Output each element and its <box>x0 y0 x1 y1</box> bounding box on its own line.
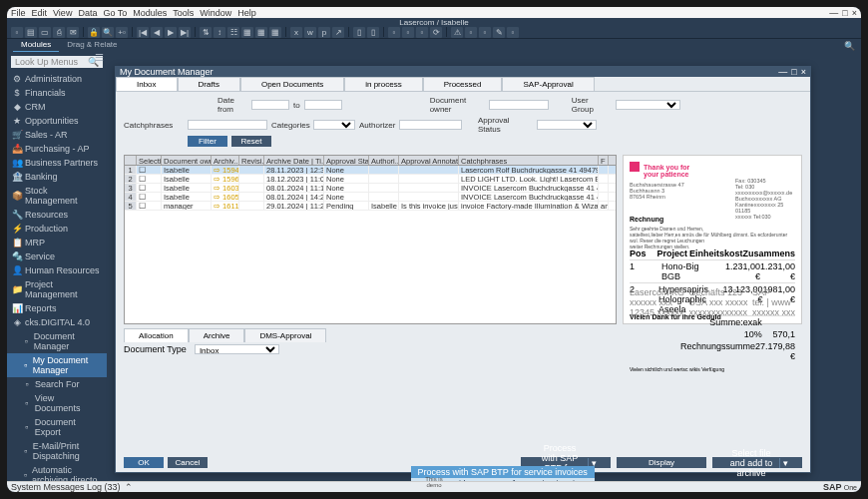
tb-last-icon[interactable]: ▶| <box>179 27 191 38</box>
menu-window[interactable]: Window <box>200 8 231 18</box>
tb-excel-icon[interactable]: x <box>290 27 302 38</box>
authorizer-input[interactable] <box>399 120 462 130</box>
display-button[interactable]: Display <box>617 457 706 468</box>
catchphrases-input[interactable] <box>188 120 267 130</box>
sidebar-item[interactable]: 📦Stock Management <box>7 184 107 208</box>
sidebar-subitem[interactable]: ▫View Documents <box>7 391 107 415</box>
tb-x2-icon[interactable]: ▦ <box>255 27 267 38</box>
modal-close-icon[interactable]: × <box>801 67 806 77</box>
sidebar-item[interactable]: 🔩Service <box>7 250 107 263</box>
minimize-icon[interactable]: — <box>829 8 838 18</box>
tb-tree-icon[interactable]: ☷ <box>227 27 239 38</box>
modal-titlebar[interactable]: My Document Manager — □ × <box>116 67 810 77</box>
cancel-button[interactable]: Cancel <box>168 457 208 468</box>
tab-sap-approval[interactable]: SAP-Approval <box>502 77 594 91</box>
tb-form-icon[interactable]: ▯ <box>367 27 379 38</box>
tab-processed[interactable]: Processed <box>423 77 503 91</box>
tb-e3-icon[interactable]: ▫ <box>416 27 428 38</box>
sidebar-item[interactable]: 📋MRP <box>7 236 107 250</box>
grid-header[interactable]: F <box>599 156 609 165</box>
tb-x1-icon[interactable]: ▦ <box>241 27 253 38</box>
tb-x3-icon[interactable]: ▦ <box>269 27 281 38</box>
sidebar-item[interactable]: ★Opportunities <box>7 114 107 128</box>
grid-header[interactable]: Archive Date | Ti... <box>264 156 324 165</box>
tab-drafts[interactable]: Drafts <box>178 77 240 91</box>
tb-e2-icon[interactable]: ▫ <box>402 27 414 38</box>
sidebar-item[interactable]: ⚙Administration <box>7 72 107 86</box>
modal-minimize-icon[interactable]: — <box>778 67 787 77</box>
tb-e8-icon[interactable]: ▫ <box>507 27 519 38</box>
sidebar-item[interactable]: 🛒Sales - AR <box>7 128 107 142</box>
user-group-select[interactable] <box>616 100 680 110</box>
tb-new-icon[interactable]: ▫ <box>11 27 23 38</box>
sidebar-item[interactable]: 👤Human Resources <box>7 263 107 277</box>
sidebar-subitem[interactable]: ▫Automatic archiving directo <box>7 463 107 481</box>
sidebar-item[interactable]: 📥Purchasing - AP <box>7 142 107 156</box>
tb-next-icon[interactable]: ▶ <box>165 27 177 38</box>
tb-pdf-icon[interactable]: p <box>318 27 330 38</box>
date-to-input[interactable] <box>304 100 342 110</box>
doctype-select[interactable]: Inbox <box>195 344 279 354</box>
menu-file[interactable]: File <box>11 8 26 18</box>
menu-data[interactable]: Data <box>78 8 97 18</box>
ok-button[interactable]: OK <box>124 457 164 468</box>
tb-mail-icon[interactable]: ✉ <box>67 27 79 38</box>
grid-row[interactable]: 2☐Isabelle⇨ 159618.12.2023 | 11:06NoneLE… <box>125 175 616 184</box>
sub-tab-dms-approval[interactable]: DMS-Approval <box>244 328 326 342</box>
sub-tab-allocation[interactable]: Allocation <box>124 328 189 342</box>
tb-preview-icon[interactable]: ▭ <box>39 27 51 38</box>
documents-grid[interactable]: Selecti...Document ownerArchiv...Revisi.… <box>124 155 617 324</box>
sub-tab-archive[interactable]: Archive <box>189 328 245 342</box>
sidebar-item[interactable]: ◈cks.DIGITAL 4.0 <box>7 315 107 329</box>
nav-tab-drag[interactable]: Drag & Relate <box>59 38 125 53</box>
grid-header[interactable] <box>125 156 137 165</box>
grid-header[interactable]: Archiv... <box>212 156 239 165</box>
grid-header[interactable]: Catchphrases <box>459 156 599 165</box>
tb-e1-icon[interactable]: ▫ <box>388 27 400 38</box>
close-icon[interactable]: × <box>852 8 857 18</box>
tb-add-icon[interactable]: +▫ <box>116 27 128 38</box>
status-chevron-icon[interactable]: ⌃ <box>125 482 133 492</box>
tb-word-icon[interactable]: w <box>304 27 316 38</box>
select-file-button[interactable]: Select file and add to archive▾ <box>712 457 802 468</box>
menu-tools[interactable]: Tools <box>173 8 194 18</box>
sidebar-subitem[interactable]: ▫Document Manager <box>7 329 107 353</box>
tb-print-icon[interactable]: ⎙ <box>53 27 65 38</box>
grid-header[interactable]: Revisi... <box>239 156 264 165</box>
sidebar-subitem[interactable]: ▫Document Export <box>7 415 107 439</box>
status-text[interactable]: System Messages Log (33) <box>11 482 121 492</box>
grid-header[interactable]: Authori... <box>369 156 399 165</box>
tb-data-icon[interactable]: ▤ <box>25 27 37 38</box>
sidebar-subitem[interactable]: ▫E-Mail/Print Dispatching <box>7 439 107 463</box>
tb-sort-icon[interactable]: ↕ <box>214 27 225 38</box>
sidebar-item[interactable]: 👥Business Partners <box>7 156 107 170</box>
sidebar-item[interactable]: 🏦Banking <box>7 170 107 184</box>
search-icon[interactable]: 🔍 <box>844 41 855 51</box>
tb-e6-icon[interactable]: ▫ <box>479 27 491 38</box>
sidebar-item[interactable]: ◆CRM <box>7 100 107 114</box>
grid-header[interactable]: Selecti... <box>137 156 162 165</box>
menu-edit[interactable]: Edit <box>32 8 48 18</box>
tab-open-documents[interactable]: Open Documents <box>240 77 344 91</box>
grid-header[interactable]: Approval Sta... <box>324 156 369 165</box>
grid-row[interactable]: 4☐Isabelle⇨ 160508.01.2024 | 14:26NoneIN… <box>125 193 616 202</box>
nav-tab-modules[interactable]: Modules <box>13 38 59 53</box>
menubar[interactable]: File Edit View Data Go To Modules Tools … <box>7 7 861 18</box>
tb-lock-icon[interactable]: 🔒 <box>88 27 100 38</box>
grid-row[interactable]: 3☐Isabelle⇨ 160308.01.2024 | 11:13NoneIN… <box>125 184 616 193</box>
tb-e7-icon[interactable]: ✎ <box>493 27 505 38</box>
menu-help[interactable]: Help <box>237 8 256 18</box>
categories-select[interactable] <box>313 120 355 130</box>
sidebar-item[interactable]: ⚡Production <box>7 222 107 236</box>
sidebar-item[interactable]: 📁Project Management <box>7 277 107 301</box>
sidebar-item[interactable]: 📊Reports <box>7 301 107 315</box>
filter-button[interactable]: Filter <box>188 136 227 147</box>
hamburger-icon[interactable]: ☰ <box>95 52 104 63</box>
reset-button[interactable]: Reset <box>231 136 271 147</box>
grid-header[interactable]: Document owner <box>162 156 212 165</box>
grid-row[interactable]: 5☐manager⇨ 161129.01.2024 | 11:25Pending… <box>125 202 616 211</box>
sidebar-item[interactable]: 🔧Resources <box>7 208 107 222</box>
tb-e5-icon[interactable]: ▫ <box>465 27 477 38</box>
tab-in-process[interactable]: in process <box>344 77 422 91</box>
menu-modules[interactable]: Modules <box>133 8 167 18</box>
